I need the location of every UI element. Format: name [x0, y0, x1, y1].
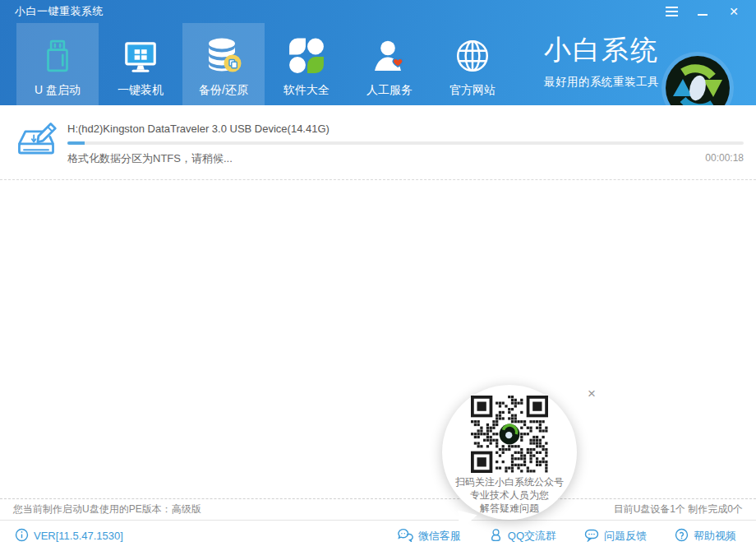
nav-tab-label: 一键装机	[118, 83, 164, 98]
globe-icon	[454, 33, 491, 79]
qr-popup-text: 扫码关注小白系统公众号 专业技术人员为您 解答疑难问题	[442, 475, 577, 515]
nav-bar: U 盘启动 一键装机	[0, 23, 756, 105]
nav-tab-website[interactable]: 官方网站	[431, 23, 514, 105]
elapsed-timer: 00:00:18	[705, 152, 744, 164]
help-circle-icon	[675, 528, 689, 544]
version-info[interactable]: VER[11.5.47.1530]	[15, 528, 123, 544]
qq-icon	[489, 528, 503, 544]
footer-link-label: 微信客服	[418, 529, 461, 544]
help-video-link[interactable]: 帮助视频	[675, 528, 736, 544]
clover-icon	[288, 33, 325, 79]
footer-link-label: QQ交流群	[508, 529, 556, 544]
monitor-icon	[122, 33, 159, 79]
header: 小白一键重装系统 ✕	[0, 0, 756, 105]
wechat-icon	[398, 528, 413, 544]
footer-link-label: 帮助视频	[694, 529, 736, 544]
feedback-link[interactable]: 问题反馈	[584, 528, 647, 544]
nav-tab-label: 官方网站	[449, 83, 496, 98]
minimize-icon[interactable]	[694, 4, 712, 19]
qq-group-link[interactable]: QQ交流群	[489, 528, 556, 544]
usb-device-count-text: 目前U盘设备1个 制作完成0个	[614, 502, 743, 516]
window-title: 小白一键重装系统	[15, 4, 104, 19]
brand-tagline: 最好用的系统重装工具	[544, 75, 659, 90]
nav-tab-support[interactable]: 人工服务	[348, 23, 431, 105]
task-status-text: 格式化数据分区为NTFS，请稍候...	[67, 151, 233, 166]
info-icon	[15, 528, 29, 544]
usb-task-panel: H:(hd2)Kingston DataTraveler 3.0 USB Dev…	[0, 105, 756, 180]
main-content-area	[0, 180, 756, 498]
qr-popup-bubble: 扫码关注小白系统公众号 专业技术人员为您 解答疑难问题	[442, 385, 577, 520]
qr-code	[471, 396, 548, 473]
close-icon[interactable]: ✕	[725, 4, 743, 19]
nav-tab-usb-boot[interactable]: U 盘启动	[16, 23, 99, 105]
titlebar: 小白一键重装系统 ✕	[0, 0, 756, 23]
database-backup-icon	[205, 33, 242, 79]
pe-version-text: 您当前制作启动U盘使用的PE版本：高级版	[13, 502, 201, 516]
nav-tab-label: 软件大全	[284, 83, 330, 98]
nav-tab-label: 备份/还原	[199, 83, 248, 98]
usb-device-name: H:(hd2)Kingston DataTraveler 3.0 USB Dev…	[67, 123, 330, 135]
person-heart-icon	[371, 33, 408, 79]
footer-link-label: 问题反馈	[604, 529, 647, 544]
nav-tab-label: 人工服务	[366, 83, 413, 98]
version-label: VER[11.5.47.1530]	[34, 530, 123, 542]
footer-links: 微信客服 QQ交流群	[398, 528, 736, 544]
progress-bar	[67, 141, 744, 145]
window-controls: ✕	[662, 4, 746, 19]
app-window: 小白一键重装系统 ✕	[0, 0, 756, 551]
brand-block: 小白系统 最好用的系统重装工具	[544, 32, 659, 96]
footer-bar: VER[11.5.47.1530] 微信客服	[0, 520, 756, 551]
progress-fill	[67, 141, 85, 145]
feedback-bubble-icon	[584, 528, 599, 544]
drive-write-icon	[13, 119, 59, 167]
qr-popup-close-icon[interactable]: ×	[583, 386, 600, 402]
nav-tab-software[interactable]: 软件大全	[265, 23, 348, 105]
nav-tab-label: U 盘启动	[35, 83, 81, 98]
usb-drive-icon	[39, 33, 76, 79]
nav-tab-backup-restore[interactable]: 备份/还原	[182, 23, 265, 105]
brand-name: 小白系统	[544, 32, 659, 69]
nav-tab-one-click-install[interactable]: 一键装机	[99, 23, 182, 105]
menu-icon[interactable]	[662, 4, 680, 19]
wechat-support-link[interactable]: 微信客服	[398, 528, 461, 544]
status-bar: 您当前制作启动U盘使用的PE版本：高级版 目前U盘设备1个 制作完成0个	[0, 498, 756, 520]
